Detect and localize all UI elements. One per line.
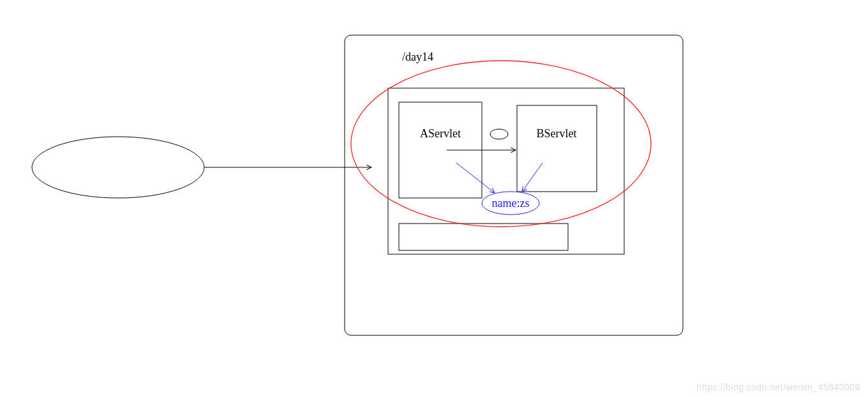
a-to-attr-arrow xyxy=(456,163,495,193)
server-container xyxy=(345,35,683,335)
forward-symbol xyxy=(490,129,508,139)
a-servlet-label: AServlet xyxy=(420,127,461,140)
request-attribute-label: name:zs xyxy=(492,197,530,209)
webapp-container xyxy=(388,88,624,254)
watermark-text: https://blog.csdn.net/weixin_45640009 xyxy=(696,382,860,392)
context-path-label: /day14 xyxy=(402,50,433,63)
client-ellipse xyxy=(32,137,204,198)
b-servlet-label: BServlet xyxy=(537,127,577,140)
response-box xyxy=(399,224,568,250)
diagram-canvas: /day14 AServlet BServlet name:zs xyxy=(0,0,868,396)
b-to-attr-arrow xyxy=(522,163,542,192)
b-servlet-box xyxy=(517,105,597,192)
